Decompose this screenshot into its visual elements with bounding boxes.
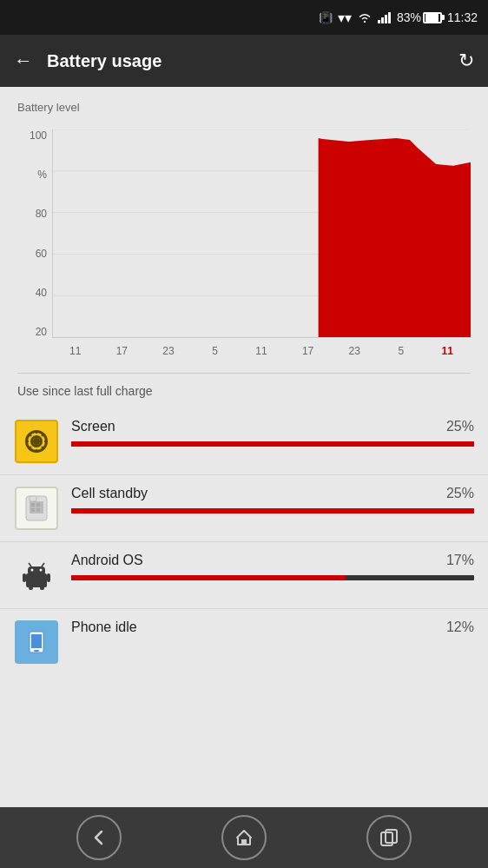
phone-idle-icon — [23, 629, 49, 655]
list-item[interactable]: Phone idle 12% — [0, 609, 488, 675]
android-os-item-percent: 17% — [446, 553, 474, 568]
android-robot-icon — [21, 560, 52, 591]
svg-rect-35 — [29, 586, 33, 590]
battery-status: 83% — [397, 10, 442, 24]
svg-rect-36 — [40, 586, 44, 590]
y-label-80: 80 — [36, 208, 47, 220]
brightness-icon — [23, 428, 49, 454]
phone-idle-item-top: Phone idle 12% — [71, 620, 474, 635]
x-label-8: 11 — [425, 345, 472, 357]
cell-standby-item-percent: 25% — [446, 486, 474, 501]
battery-level-section: Battery level — [0, 87, 488, 129]
cell-standby-item-details: Cell standby 25% — [71, 486, 474, 514]
y-label-100: 100 — [30, 129, 47, 142]
nav-recent-button[interactable] — [366, 815, 412, 860]
clock: 11:32 — [447, 10, 478, 24]
status-bar: 📳 ▾▾ 83% 11:32 — [0, 0, 488, 35]
x-label-2: 23 — [145, 345, 192, 357]
svg-line-31 — [29, 563, 31, 567]
x-label-0: 11 — [52, 345, 99, 357]
android-os-item-name: Android OS — [71, 553, 143, 568]
svg-rect-0 — [378, 20, 380, 23]
svg-rect-41 — [241, 839, 247, 845]
x-label-4: 11 — [238, 345, 285, 357]
back-button[interactable]: ← — [14, 50, 33, 72]
cell-standby-progress-fill — [71, 508, 474, 514]
svg-rect-25 — [31, 508, 35, 512]
list-item[interactable]: Screen 25% — [0, 408, 488, 475]
list-item[interactable]: Android OS 17% — [0, 542, 488, 609]
nav-back-icon — [89, 828, 109, 847]
svg-rect-27 — [26, 573, 47, 587]
y-label-60: 60 — [36, 248, 47, 260]
phone-icon — [15, 620, 58, 664]
battery-icon — [423, 12, 442, 23]
svg-line-32 — [42, 563, 44, 567]
svg-line-16 — [29, 434, 31, 436]
nav-back-button[interactable] — [76, 815, 122, 860]
usage-list: Screen 25% — [0, 408, 488, 675]
battery-percent: 83% — [397, 10, 421, 24]
svg-line-19 — [29, 447, 31, 449]
cell-standby-item-top: Cell standby 25% — [71, 486, 474, 501]
svg-rect-23 — [31, 503, 35, 507]
x-label-5: 17 — [285, 345, 332, 357]
screen-item-details: Screen 25% — [71, 419, 474, 447]
list-item[interactable]: Cell standby 25% — [0, 475, 488, 542]
screen-progress-bg — [71, 441, 474, 447]
phone-idle-item-percent: 12% — [446, 620, 474, 635]
svg-rect-26 — [36, 508, 40, 512]
svg-point-29 — [31, 569, 34, 572]
svg-rect-22 — [30, 496, 36, 501]
page-title: Battery usage — [47, 51, 445, 71]
use-since-label: Use since last full charge — [17, 384, 471, 398]
status-icons: 📳 ▾▾ 83% 11:32 — [319, 10, 478, 26]
y-label-pct: % — [37, 169, 47, 181]
android-icon-container — [14, 553, 59, 598]
signal-icon — [378, 11, 392, 23]
use-since-section: Use since last full charge — [0, 374, 488, 408]
refresh-button[interactable]: ↻ — [458, 50, 474, 72]
screen-icon-container — [14, 419, 59, 464]
android-icon — [15, 553, 58, 597]
screen-item-top: Screen 25% — [71, 419, 474, 434]
battery-level-label: Battery level — [17, 101, 471, 114]
svg-rect-2 — [385, 15, 387, 23]
phone-idle-icon-container — [14, 620, 59, 665]
chart-inner: 100 % 80 60 40 20 — [17, 129, 471, 364]
svg-rect-24 — [36, 503, 40, 507]
svg-rect-39 — [34, 650, 39, 652]
chart-plot-area — [52, 129, 471, 338]
android-os-item-details: Android OS 17% — [71, 553, 474, 580]
wifi-icon: ▾▾ — [338, 10, 352, 26]
sim-icon-container — [14, 486, 59, 531]
sim-icon — [15, 487, 58, 530]
screen-item-percent: 25% — [446, 419, 474, 434]
screen-progress-fill — [71, 441, 474, 447]
svg-rect-38 — [31, 634, 42, 648]
y-label-20: 20 — [36, 326, 47, 338]
chart-bar — [319, 138, 471, 337]
android-os-progress-bg — [71, 575, 474, 580]
svg-line-17 — [42, 447, 44, 449]
nav-recent-icon — [379, 828, 399, 847]
nav-home-icon — [234, 828, 254, 847]
svg-point-11 — [33, 438, 40, 445]
svg-rect-3 — [388, 12, 391, 23]
svg-point-10 — [30, 435, 43, 447]
phone-idle-item-details: Phone idle 12% — [71, 620, 474, 642]
svg-rect-34 — [47, 573, 50, 582]
app-bar: ← Battery usage ↻ — [0, 35, 488, 87]
android-os-item-top: Android OS 17% — [71, 553, 474, 568]
x-label-7: 5 — [378, 345, 425, 357]
nav-home-button[interactable] — [221, 815, 267, 860]
x-label-6: 23 — [331, 345, 378, 357]
svg-point-30 — [40, 569, 43, 572]
cell-standby-item-name: Cell standby — [71, 486, 148, 501]
svg-rect-28 — [28, 567, 45, 575]
x-label-3: 5 — [192, 345, 239, 357]
vibrate-icon: 📳 — [319, 11, 333, 24]
screen-item-name: Screen — [71, 419, 115, 434]
svg-rect-33 — [23, 573, 26, 582]
android-os-progress-fill — [71, 575, 346, 580]
